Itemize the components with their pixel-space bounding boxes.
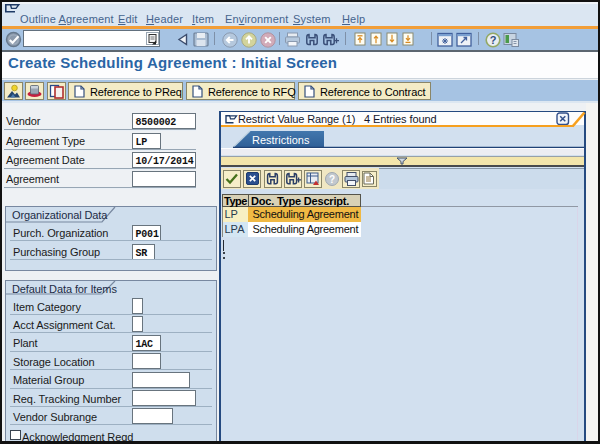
- svg-text:?: ?: [490, 34, 497, 46]
- svg-text:?: ?: [329, 173, 335, 184]
